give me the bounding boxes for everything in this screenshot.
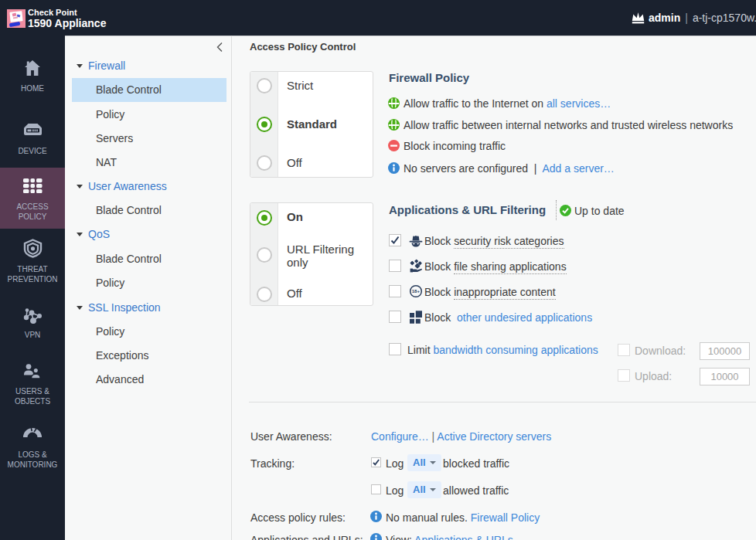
svg-text:18+: 18+ [412,289,421,294]
